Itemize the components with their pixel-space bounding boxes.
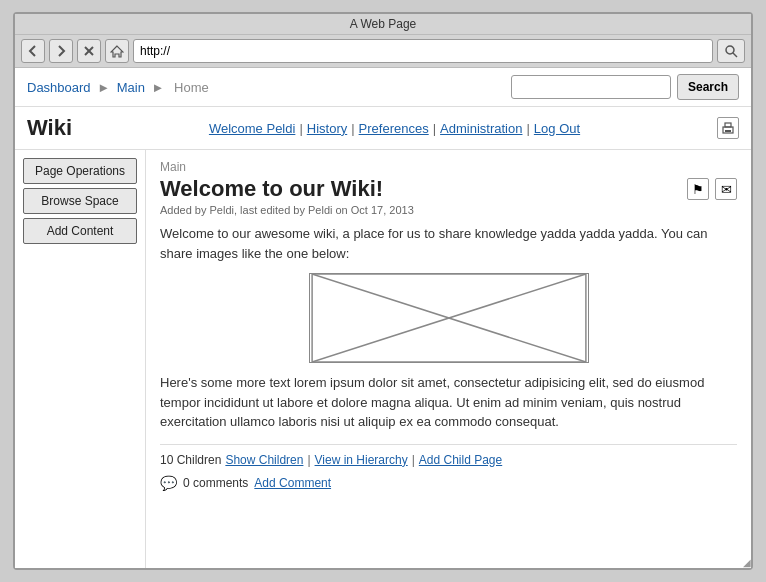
nav-history[interactable]: History — [307, 121, 347, 136]
search-button[interactable]: Search — [677, 74, 739, 100]
breadcrumb-sep2: ► — [152, 80, 168, 95]
print-icon[interactable] — [717, 117, 739, 139]
content-area: Dashboard ► Main ► Home Search Wiki — [15, 68, 751, 568]
envelope-icon[interactable]: ✉ — [715, 178, 737, 200]
svg-rect-6 — [725, 123, 731, 127]
resize-corner: ◢ — [743, 557, 751, 568]
wiki-title: Wiki — [27, 115, 72, 141]
forward-button[interactable] — [49, 39, 73, 63]
sidebar: Page Operations Browse Space Add Content — [15, 150, 145, 568]
view-hierarchy-link[interactable]: View in Hierarchy — [315, 453, 408, 467]
breadcrumb: Dashboard ► Main ► Home — [27, 80, 503, 95]
breadcrumb-dashboard[interactable]: Dashboard — [27, 80, 91, 95]
page-section-label: Main — [160, 160, 737, 174]
children-row: 10 Children Show Children | View in Hier… — [160, 444, 737, 467]
title-bar: A Web Page — [15, 14, 751, 35]
page-title: Welcome to our Wiki! — [160, 176, 414, 202]
page-content: Main Welcome to our Wiki! Added by Peldi… — [145, 150, 751, 568]
nav-bar — [15, 35, 751, 68]
browse-space-button[interactable]: Browse Space — [23, 188, 137, 214]
home-button[interactable] — [105, 39, 129, 63]
page-operations-button[interactable]: Page Operations — [23, 158, 137, 184]
add-child-page-link[interactable]: Add Child Page — [419, 453, 502, 467]
page-meta: Added by Peldi, last edited by Peldi on … — [160, 204, 414, 216]
back-button[interactable] — [21, 39, 45, 63]
nav-welcome[interactable]: Welcome Peldi — [209, 121, 295, 136]
add-comment-link[interactable]: Add Comment — [254, 476, 331, 490]
image-placeholder — [309, 273, 589, 363]
show-children-link[interactable]: Show Children — [225, 453, 303, 467]
url-input[interactable] — [133, 39, 713, 63]
comments-count: 0 comments — [183, 476, 248, 490]
nav-preferences[interactable]: Preferences — [359, 121, 429, 136]
add-content-button[interactable]: Add Content — [23, 218, 137, 244]
wiki-nav: Welcome Peldi | History | Preferences | … — [72, 121, 717, 136]
svg-rect-7 — [725, 130, 731, 132]
nav-logout[interactable]: Log Out — [534, 121, 580, 136]
svg-line-4 — [733, 53, 737, 57]
go-button[interactable] — [717, 39, 745, 63]
search-box-wrap: Search — [511, 74, 739, 100]
breadcrumb-sep1: ► — [97, 80, 113, 95]
breadcrumb-main[interactable]: Main — [117, 80, 145, 95]
breadcrumb-home: Home — [174, 80, 209, 95]
page-intro: Welcome to our awesome wiki, a place for… — [160, 224, 737, 263]
page-lorem: Here's some more text lorem ipsum dolor … — [160, 373, 737, 432]
flag-icon[interactable]: ⚑ — [687, 178, 709, 200]
wiki-header-icons — [717, 117, 739, 139]
stop-button[interactable] — [77, 39, 101, 63]
svg-point-3 — [726, 46, 734, 54]
main-body: Page Operations Browse Space Add Content… — [15, 150, 751, 568]
nav-administration[interactable]: Administration — [440, 121, 522, 136]
title-bar-text: A Web Page — [350, 17, 417, 31]
wiki-header: Wiki Welcome Peldi | History | Preferenc… — [15, 107, 751, 150]
children-count: 10 Children — [160, 453, 221, 467]
header-row: Dashboard ► Main ► Home Search — [15, 68, 751, 107]
search-input[interactable] — [511, 75, 671, 99]
comments-row: 💬 0 comments Add Comment — [160, 475, 737, 491]
comment-icon: 💬 — [160, 475, 177, 491]
svg-marker-2 — [111, 46, 123, 57]
